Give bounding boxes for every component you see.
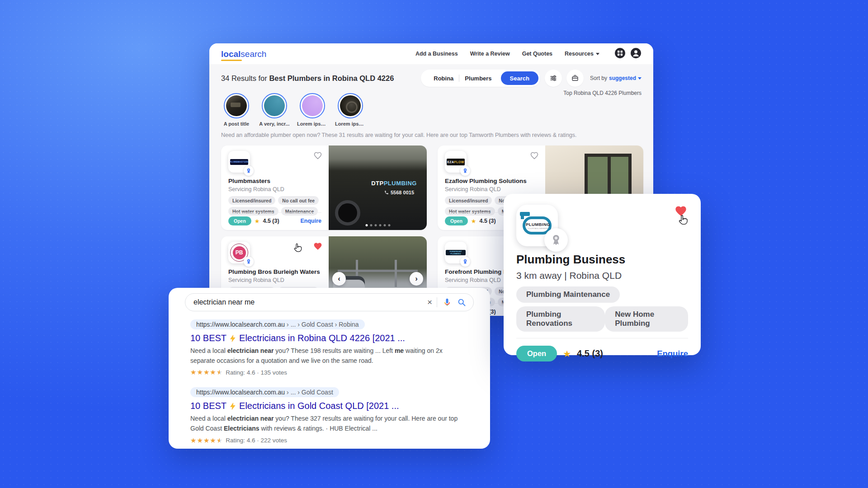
search-term-location[interactable]: Robina	[428, 75, 459, 82]
business-logo: EZAFLOW	[445, 151, 467, 173]
featured-service-chips: Plumbing Maintenance Plumbing Renovation…	[516, 286, 688, 332]
carousel-dot[interactable]	[383, 224, 386, 226]
business-name[interactable]: Plumbmasters	[228, 178, 321, 184]
plumbmasters-logo: PLUMBMASTERS	[230, 159, 248, 165]
account-avatar-icon[interactable]	[630, 47, 642, 61]
search-result: https://www.localsearch.com.au › ... › G…	[190, 387, 472, 444]
truck-brand-text: DTPPLUMBING	[371, 180, 417, 187]
featured-business-distance: 3 km away | Robina QLD	[516, 270, 688, 281]
lightning-bolt-icon	[229, 403, 236, 410]
localsearch-logo[interactable]: localsearch	[221, 50, 266, 58]
open-status-badge: Open	[445, 216, 468, 225]
carousel-dot[interactable]	[388, 224, 390, 226]
breadcrumb-path: › ... › Gold Coast	[287, 389, 333, 396]
star-icon: ★	[471, 218, 476, 225]
ezaflow-logo: EZAFLOW	[447, 159, 465, 165]
story-item[interactable]: Lorem ipsum	[297, 93, 328, 127]
search-input[interactable]	[193, 298, 423, 306]
nav-write-a-review[interactable]: Write a Review	[470, 51, 510, 57]
favorite-heart-icon-active[interactable]	[675, 205, 687, 217]
google-search-bar[interactable]: ×	[185, 293, 474, 311]
filters-button[interactable]	[545, 70, 562, 87]
logo-local-text: local	[221, 49, 241, 59]
story-photo-purple	[302, 95, 323, 116]
clear-search-icon[interactable]: ×	[423, 297, 437, 307]
search-result: https://www.localsearch.com.au › ... › G…	[190, 319, 472, 376]
tag: Licensed/insured	[228, 196, 275, 205]
search-pill: Robina Plumbers Search	[421, 70, 540, 87]
carousel-dot[interactable]	[370, 224, 372, 226]
star-icon: ★	[255, 218, 260, 225]
listing-card-plumbmasters[interactable]: PLUMBMASTERS Plumbmasters Servicing Robi…	[221, 145, 427, 230]
nav-resources[interactable]: Resources	[565, 51, 599, 57]
results-controls: Robina Plumbers Search Sort by suggested	[421, 70, 642, 87]
truck-phone-text: 5568 0015	[384, 190, 414, 195]
google-search-card: × https://www.localsearch.com.au › ... ›…	[169, 288, 490, 449]
microphone-icon[interactable]	[443, 298, 452, 307]
sort-control[interactable]: Sort by suggested	[590, 75, 642, 81]
apps-grid-icon[interactable]	[614, 47, 626, 61]
listing-info: PLUMBMASTERS Plumbmasters Servicing Robi…	[221, 145, 329, 230]
carousel-dot[interactable]	[365, 224, 368, 226]
carousel-prev-button[interactable]: ‹	[332, 272, 346, 286]
search-magnifier-icon[interactable]	[457, 298, 466, 307]
service-chip: Plumbing Maintenance	[516, 286, 620, 303]
verified-ribbon-badge-icon	[244, 257, 254, 267]
breadcrumb-url: https://www.localsearch.com.au	[196, 389, 285, 396]
story-photo-desk	[226, 95, 247, 116]
favorite-heart-icon[interactable]	[530, 151, 539, 160]
open-status-badge: Open	[228, 216, 251, 225]
chevron-down-icon	[596, 53, 599, 57]
story-label: A post title	[224, 121, 249, 127]
logo-tagline: YOURTAGLINEHERE	[525, 227, 551, 230]
story-label: Lorem ipsum	[297, 121, 328, 127]
result-snippet: Need a local electrician near you? These…	[190, 346, 462, 366]
rating-meta: Rating: 4.6 · 222 votes	[226, 437, 287, 444]
result-title-link[interactable]: 10 BEST Electricians in Robina QLD 4226 …	[190, 333, 472, 343]
search-term-category[interactable]: Plumbers	[459, 75, 497, 82]
page-background: localsearch Add a Business Write a Revie…	[0, 0, 868, 488]
carousel-dot[interactable]	[374, 224, 377, 226]
rating-value: 4.5 (3)	[577, 348, 603, 359]
enquire-link[interactable]: Enquire	[300, 218, 321, 224]
story-photo-car	[340, 95, 361, 116]
story-item[interactable]: Lorem ipsum	[335, 93, 366, 127]
featured-business-card[interactable]: PLUMBING YOURTAGLINEHERE Plumbing Busine…	[504, 194, 701, 355]
breadcrumb[interactable]: https://www.localsearch.com.au › ... › G…	[190, 319, 365, 329]
result-title-link[interactable]: 10 BEST Electricians in Gold Coast QLD […	[190, 401, 472, 411]
story-ring	[338, 93, 363, 118]
business-logo: PB	[228, 242, 250, 263]
business-name[interactable]: Ezaflow Plumbing Solutions	[445, 178, 538, 184]
briefcase-button[interactable]	[566, 70, 584, 87]
enquire-link[interactable]: Enquire	[657, 349, 688, 359]
lightning-bolt-icon	[229, 335, 236, 342]
rating-value: 4.5 (3)	[480, 218, 496, 224]
searchbar-divider	[437, 297, 437, 307]
servicing-area: Servicing Robina QLD	[228, 186, 321, 192]
favorite-heart-icon[interactable]	[313, 151, 322, 160]
story-photo-teal	[264, 95, 285, 116]
carousel-dots[interactable]	[365, 224, 390, 226]
phone-icon	[384, 190, 389, 195]
carousel-dot[interactable]	[379, 224, 381, 226]
story-item[interactable]: A very, incr...	[259, 93, 290, 127]
result-snippet: Need a local electrician near you? These…	[190, 414, 462, 433]
story-item[interactable]: A post title	[221, 93, 252, 127]
story-ring	[300, 93, 325, 118]
favorite-heart-icon-active[interactable]	[313, 242, 322, 251]
service-chip-row: Plumbing Renovations New Home Plumbing	[516, 306, 688, 332]
carousel-next-button[interactable]: ›	[410, 272, 423, 286]
nav-add-a-business[interactable]: Add a Business	[415, 51, 458, 57]
award-ribbon-badge-icon	[544, 228, 568, 252]
site-header: localsearch Add a Business Write a Revie…	[209, 43, 653, 64]
google-results: https://www.localsearch.com.au › ... › G…	[169, 311, 490, 445]
header-nav: Add a Business Write a Review Get Quotes…	[415, 47, 642, 61]
search-button[interactable]: Search	[501, 71, 538, 85]
sort-value: suggested	[609, 75, 636, 81]
story-ring	[262, 93, 287, 118]
breadcrumb-path: › ... › Gold Coast › Robina	[287, 321, 359, 328]
business-name[interactable]: Plumbing Bros Burleigh Waters	[228, 268, 321, 275]
breadcrumb[interactable]: https://www.localsearch.com.au › ... › G…	[190, 387, 339, 397]
nav-get-quotes[interactable]: Get Quotes	[522, 51, 552, 57]
servicing-area: Servicing Robina QLD	[445, 186, 538, 192]
